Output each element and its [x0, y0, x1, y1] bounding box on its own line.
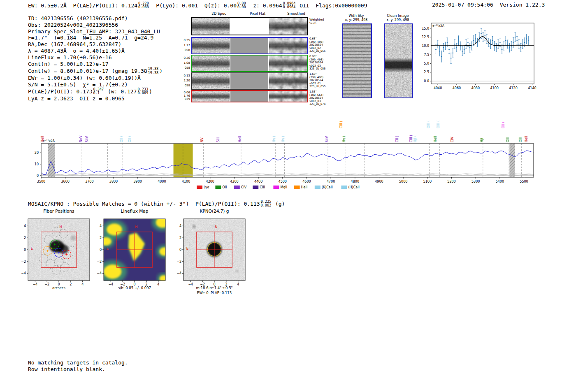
x-tick-label: 5400	[496, 180, 504, 183]
x-tick-label: −4	[108, 283, 113, 286]
x-tick-label: 4100	[182, 180, 190, 183]
y-tick-label: 20	[35, 151, 39, 155]
legend-label: CIII	[260, 186, 265, 189]
footer-line-1: No matching targets in catalog.	[28, 360, 128, 366]
legend-label: CIV	[241, 186, 247, 189]
lineflux-map-xlabel: s/b: 0.85 +/- 0.097	[118, 286, 151, 290]
legend-swatch	[253, 186, 258, 189]
cutout-row-meta: Weighted Sum	[309, 18, 338, 25]
emission-label-cii: CII (	[395, 136, 399, 142]
text-segment: Primary Spec_Slot_IFU_AMP: 323_043_040_L…	[28, 28, 160, 35]
faint-source-blob	[70, 235, 76, 240]
noise-image	[269, 73, 307, 89]
text-segment: (w: 0.127	[105, 88, 137, 95]
y-tick-label: 0	[179, 248, 181, 252]
data-point	[513, 42, 514, 43]
cutout-row-weights: 0.13 2.20 058	[183, 73, 190, 88]
info-line: ID: 4021396556 (4021396556.pdf)	[28, 15, 163, 22]
legend-label: HeII	[301, 186, 308, 189]
east-label: E	[31, 246, 33, 251]
data-point	[524, 42, 525, 43]
flux-unit-label: e⁻¹⁷x2Å	[43, 139, 55, 143]
report-page: EW: 0.5±0.2Å P(LAE)/P(OII): 0.1240.2280.…	[0, 0, 576, 392]
lineflux-blob	[107, 224, 122, 236]
emission-label-oiii: OIII	[506, 137, 510, 142]
info-line: P(LAE)/P(OII): 0.1730.3470.1 (w: 0.1270.…	[28, 88, 163, 95]
smoothed-cell	[269, 18, 307, 35]
data-point	[498, 44, 499, 45]
legend-label: (H)CaII	[348, 186, 359, 189]
y-tick-label: 15.0	[422, 27, 429, 30]
spec2d-cell	[192, 18, 230, 35]
plot-frame	[41, 144, 534, 177]
info-line: RA,Dec (167.468964,52.632847)	[28, 41, 163, 48]
emission-label-heii: HeII	[525, 136, 528, 142]
data-point	[509, 47, 510, 49]
data-point	[479, 37, 480, 38]
y-tick-label: 0.0	[424, 79, 429, 83]
cutout-row-weights: 0.06 1.76 039	[183, 91, 190, 101]
sky-residual-trace	[41, 173, 534, 175]
lineflux-map-title: Lineflux Map	[121, 209, 149, 213]
cutout-row	[191, 55, 308, 72]
x-tick-label: 4200	[206, 180, 214, 183]
data-point	[486, 38, 488, 39]
text-segment: LineFlux = 1.70(±0.56)e-16	[28, 54, 112, 60]
y-tick-label: 12.5	[422, 35, 429, 39]
x-tick-label: 4500	[279, 180, 287, 183]
text-segment: )	[159, 68, 163, 74]
text-segment: RA,Dec (167.468964,52.632847)	[28, 41, 121, 47]
x-tick-label: 5200	[447, 180, 455, 183]
line-fit-plot: 0.02.55.07.510.012.515.04040406040804100…	[411, 20, 544, 93]
y-tick-label: 10	[35, 162, 39, 166]
faint-source-blob	[236, 270, 238, 272]
text-segment: Cont(w) = 8.60(±0.01)e-17 (gmag 19.38	[28, 68, 147, 74]
noise-image	[192, 56, 230, 71]
fiber-positions-xlabel: arcsecs	[52, 286, 65, 290]
data-point	[456, 47, 458, 49]
text-segment: P(LAE)/P(OII): 0.173	[28, 88, 93, 95]
y-tick-label: 0	[100, 248, 102, 252]
pixelflat-cell	[230, 56, 268, 71]
legend-swatch	[315, 186, 321, 189]
smoothed-cell	[269, 91, 307, 102]
text-segment: A=0.71 g=	[102, 35, 141, 41]
text-segment: )	[149, 88, 152, 95]
clean-image-coords: x, y: 299, 498	[387, 18, 409, 22]
smoothed-cell	[269, 56, 307, 71]
info-line: LyA z = 2.3623 OII z = 0.0965	[28, 95, 163, 102]
noise-image	[269, 38, 307, 53]
data-point	[441, 56, 442, 57]
x-tick-label: 5300	[471, 180, 480, 183]
emission-label-oii: OII (	[120, 135, 123, 142]
emission-label-h: Hγ (	[342, 136, 346, 142]
emission-label-oii: OII (	[128, 135, 132, 142]
data-point	[437, 44, 439, 45]
cutout-row-meta: 0.68" (299, 498) 20220524 v002_02 323_LU…	[309, 37, 338, 53]
stacked-uncertainty: 0.3470.1	[93, 88, 104, 95]
lineflux-blob	[160, 247, 169, 255]
noise-image	[269, 56, 307, 71]
x-tick-label: −4	[188, 283, 193, 286]
north-label: N	[215, 225, 217, 229]
panel-content: NE	[28, 219, 90, 281]
spec2d-cell	[192, 56, 230, 71]
data-point	[464, 49, 465, 50]
data-point	[443, 47, 444, 49]
stacked-uncertainty: 19.3819.38	[148, 67, 159, 74]
y-tick-label: −4	[177, 271, 181, 275]
x-tick-label: 5100	[423, 180, 432, 183]
text-segment: Obs: 20220524v002_4021396556	[28, 22, 118, 28]
report-datetime: 2025-01-07 09:54:06	[432, 2, 493, 8]
cutout-row-meta: 0.96" (299, 498) 20220524 v002_03 323_LU…	[309, 55, 338, 71]
x-tick-label: 3600	[61, 180, 69, 183]
stacked-uncertainty: 0.000.00	[237, 2, 246, 9]
legend-label: OII	[222, 186, 227, 189]
y-tick-label: 2	[179, 236, 181, 240]
cutout-row	[191, 90, 308, 102]
emission-label-oiii: OIII (	[437, 121, 440, 128]
data-point	[454, 44, 455, 45]
text-segment: EW: 0.5±0.2Å P(LAE)/P(OII): 0.124	[28, 2, 137, 9]
masked-region-band	[509, 144, 515, 177]
text-segment: (g)	[272, 201, 285, 207]
